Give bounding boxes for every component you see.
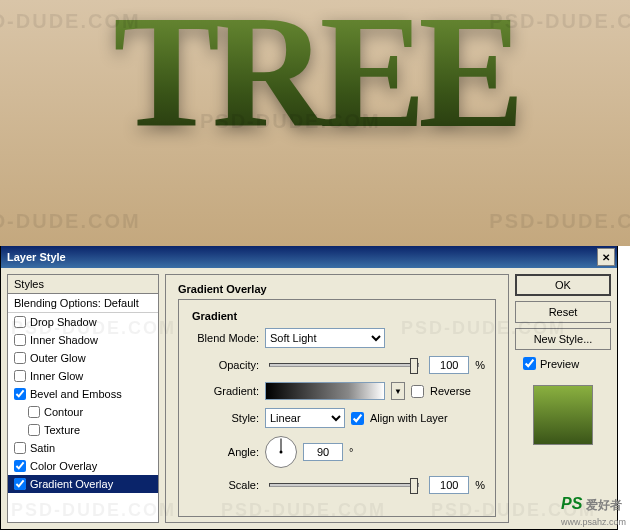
angle-dial[interactable] [265,436,297,468]
angle-label: Angle: [189,446,259,458]
style-checkbox[interactable] [14,352,26,364]
preview-swatch [533,385,593,445]
slider-thumb[interactable] [410,358,418,374]
canvas-preview: TREE PSD-DUDE.COM PSD-DUDE.COM PSD-DUDE.… [0,0,630,246]
blend-mode-row: Blend Mode: Soft Light [189,328,485,348]
style-checkbox[interactable] [14,478,26,490]
align-checkbox[interactable] [351,412,364,425]
style-item-label: Satin [30,442,55,454]
angle-unit: ° [349,446,353,458]
style-item-outer-glow[interactable]: Outer Glow [8,349,158,367]
style-item-label: Outer Glow [30,352,86,364]
blend-mode-select[interactable]: Soft Light [265,328,385,348]
style-checkbox[interactable] [14,442,26,454]
watermark: PSD-DUDE.COM [0,210,141,233]
opacity-label: Opacity: [189,359,259,371]
dialog-body: Styles Blending Options: Default Drop Sh… [1,268,617,529]
settings-panel: Gradient Overlay Gradient Blend Mode: So… [165,274,509,523]
watermark: PSD-DUDE.COM [489,210,630,233]
dialog-buttons: OK Reset New Style... Preview [515,274,611,523]
style-item-contour[interactable]: Contour [8,403,158,421]
opacity-row: Opacity: % [189,356,485,374]
styles-header[interactable]: Styles [8,275,158,294]
gradient-row: Gradient: ▼ Reverse [189,382,485,400]
preview-label: Preview [540,358,579,370]
angle-input[interactable] [303,443,343,461]
style-checkbox[interactable] [28,406,40,418]
style-item-label: Inner Glow [30,370,83,382]
close-button[interactable]: ✕ [597,248,615,266]
source-rest: 爱好者 [582,498,621,512]
blend-mode-label: Blend Mode: [189,332,259,344]
dialog-titlebar[interactable]: Layer Style ✕ [1,246,617,268]
source-url: www.psahz.com [561,517,626,527]
ok-button[interactable]: OK [515,274,611,296]
style-select[interactable]: Linear [265,408,345,428]
style-item-gradient-overlay[interactable]: Gradient Overlay [8,475,158,493]
style-item-inner-shadow[interactable]: Inner Shadow [8,331,158,349]
style-item-inner-glow[interactable]: Inner Glow [8,367,158,385]
align-label: Align with Layer [370,412,448,424]
style-checkbox[interactable] [14,334,26,346]
new-style-button[interactable]: New Style... [515,328,611,350]
preview-toggle: Preview [515,357,611,370]
reset-button[interactable]: Reset [515,301,611,323]
style-item-label: Texture [44,424,80,436]
style-label: Style: [189,412,259,424]
scale-unit: % [475,479,485,491]
scale-slider[interactable] [269,483,419,487]
style-checkbox[interactable] [14,370,26,382]
style-item-satin[interactable]: Satin [8,439,158,457]
style-item-label: Color Overlay [30,460,97,472]
styles-list: Styles Blending Options: Default Drop Sh… [7,274,159,523]
scale-input[interactable] [429,476,469,494]
preview-checkbox[interactable] [523,357,536,370]
style-item-label: Bevel and Emboss [30,388,122,400]
style-item-label: Contour [44,406,83,418]
reverse-checkbox[interactable] [411,385,424,398]
source-credit: PS 爱好者 www.psahz.com [561,495,626,528]
style-checkbox[interactable] [14,388,26,400]
gradient-label: Gradient: [189,385,259,397]
opacity-slider[interactable] [269,363,419,367]
gradient-dropdown-button[interactable]: ▼ [391,382,405,400]
opacity-unit: % [475,359,485,371]
style-item-bevel-and-emboss[interactable]: Bevel and Emboss [8,385,158,403]
slider-thumb[interactable] [410,478,418,494]
gradient-fieldset: Gradient Blend Mode: Soft Light Opacity:… [178,299,496,517]
dialog-title: Layer Style [7,251,66,263]
style-checkbox[interactable] [28,424,40,436]
style-checkbox[interactable] [14,460,26,472]
style-item-label: Drop Shadow [30,316,97,328]
fieldset-title: Gradient [189,310,240,322]
angle-row: Angle: ° [189,436,485,468]
scale-label: Scale: [189,479,259,491]
layer-style-dialog: Layer Style ✕ Styles Blending Options: D… [0,246,618,530]
opacity-input[interactable] [429,356,469,374]
source-ps: PS [561,495,582,512]
gradient-preview[interactable] [265,382,385,400]
style-item-label: Gradient Overlay [30,478,113,490]
scale-row: Scale: % [189,476,485,494]
panel-title: Gradient Overlay [178,283,496,295]
style-item-texture[interactable]: Texture [8,421,158,439]
close-icon: ✕ [602,252,610,263]
style-checkbox[interactable] [14,316,26,328]
chevron-down-icon: ▼ [394,387,402,396]
style-item-color-overlay[interactable]: Color Overlay [8,457,158,475]
style-item-drop-shadow[interactable]: Drop Shadow [8,313,158,331]
reverse-label: Reverse [430,385,471,397]
blending-options-item[interactable]: Blending Options: Default [8,294,158,313]
style-row: Style: Linear Align with Layer [189,408,485,428]
style-item-label: Inner Shadow [30,334,98,346]
tree-text: TREE [113,0,517,165]
